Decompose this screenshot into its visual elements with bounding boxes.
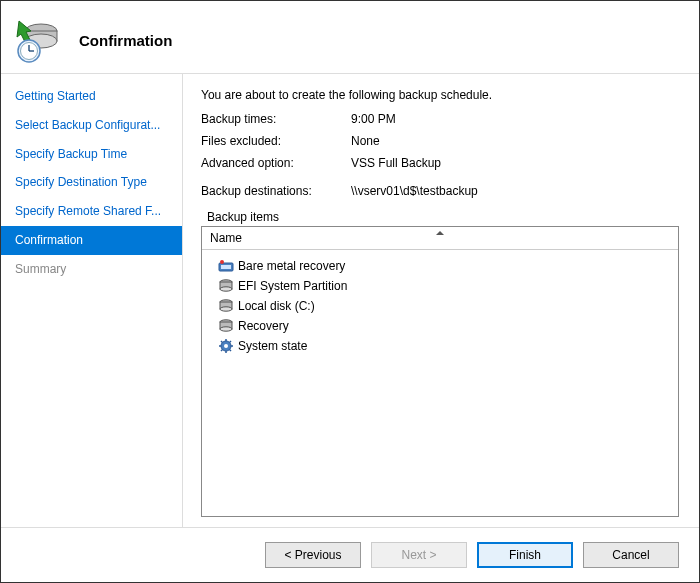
label-files-excluded: Files excluded: xyxy=(201,134,351,148)
row-backup-destinations: Backup destinations: \\vserv01\d$\testba… xyxy=(201,184,679,198)
finish-button[interactable]: Finish xyxy=(477,542,573,568)
list-item[interactable]: System state xyxy=(208,336,672,356)
row-files-excluded: Files excluded: None xyxy=(201,134,679,148)
label-advanced-option: Advanced option: xyxy=(201,156,351,170)
sort-ascending-icon xyxy=(436,231,444,235)
next-button: Next > xyxy=(371,542,467,568)
step-summary: Summary xyxy=(1,255,182,284)
label-backup-times: Backup times: xyxy=(201,112,351,126)
cancel-button[interactable]: Cancel xyxy=(583,542,679,568)
wizard-header: Confirmation xyxy=(1,1,699,73)
disk-icon xyxy=(218,318,234,334)
list-item-label: Recovery xyxy=(238,319,289,333)
svg-point-12 xyxy=(220,287,232,291)
wizard-footer: < Previous Next > Finish Cancel xyxy=(1,527,699,582)
backup-items-list[interactable]: Name Bare metal recovery EFI System Part… xyxy=(201,226,679,517)
svg-line-28 xyxy=(230,341,232,343)
list-item[interactable]: Local disk (C:) xyxy=(208,296,672,316)
intro-text: You are about to create the following ba… xyxy=(201,88,679,102)
row-backup-times: Backup times: 9:00 PM xyxy=(201,112,679,126)
page-title: Confirmation xyxy=(79,32,172,49)
label-backup-destinations: Backup destinations: xyxy=(201,184,351,198)
list-item-label: EFI System Partition xyxy=(238,279,347,293)
value-files-excluded: None xyxy=(351,134,679,148)
list-item-label: Bare metal recovery xyxy=(238,259,345,273)
row-advanced-option: Advanced option: VSS Full Backup xyxy=(201,156,679,170)
list-item-label: Local disk (C:) xyxy=(238,299,315,313)
svg-line-25 xyxy=(221,341,223,343)
backup-items-label: Backup items xyxy=(201,210,679,224)
previous-button[interactable]: < Previous xyxy=(265,542,361,568)
list-item[interactable]: Bare metal recovery xyxy=(208,256,672,276)
disk-icon xyxy=(218,278,234,294)
step-getting-started[interactable]: Getting Started xyxy=(1,82,182,111)
list-column-header[interactable]: Name xyxy=(202,227,678,250)
backup-wizard-icon xyxy=(13,17,59,63)
list-item[interactable]: Recovery xyxy=(208,316,672,336)
value-backup-times: 9:00 PM xyxy=(351,112,679,126)
svg-line-26 xyxy=(230,350,232,352)
step-specify-destination-type[interactable]: Specify Destination Type xyxy=(1,168,182,197)
list-item-label: System state xyxy=(238,339,307,353)
column-name: Name xyxy=(210,231,242,245)
step-specify-backup-time[interactable]: Specify Backup Time xyxy=(1,140,182,169)
svg-point-18 xyxy=(220,327,232,331)
svg-point-20 xyxy=(224,344,228,348)
value-advanced-option: VSS Full Backup xyxy=(351,156,679,170)
recovery-icon xyxy=(218,258,234,274)
svg-point-15 xyxy=(220,307,232,311)
content-pane: You are about to create the following ba… xyxy=(183,74,699,527)
list-body: Bare metal recovery EFI System Partition… xyxy=(202,250,678,362)
wizard-steps-sidebar: Getting Started Select Backup Configurat… xyxy=(1,74,183,527)
list-item[interactable]: EFI System Partition xyxy=(208,276,672,296)
gear-icon xyxy=(218,338,234,354)
value-backup-destinations: \\vserv01\d$\testbackup xyxy=(351,184,679,198)
step-specify-remote-shared[interactable]: Specify Remote Shared F... xyxy=(1,197,182,226)
svg-line-27 xyxy=(221,350,223,352)
step-select-backup-config[interactable]: Select Backup Configurat... xyxy=(1,111,182,140)
svg-point-9 xyxy=(220,260,224,264)
step-confirmation[interactable]: Confirmation xyxy=(1,226,182,255)
wizard-body: Getting Started Select Backup Configurat… xyxy=(1,73,699,527)
svg-rect-8 xyxy=(221,265,231,269)
disk-icon xyxy=(218,298,234,314)
